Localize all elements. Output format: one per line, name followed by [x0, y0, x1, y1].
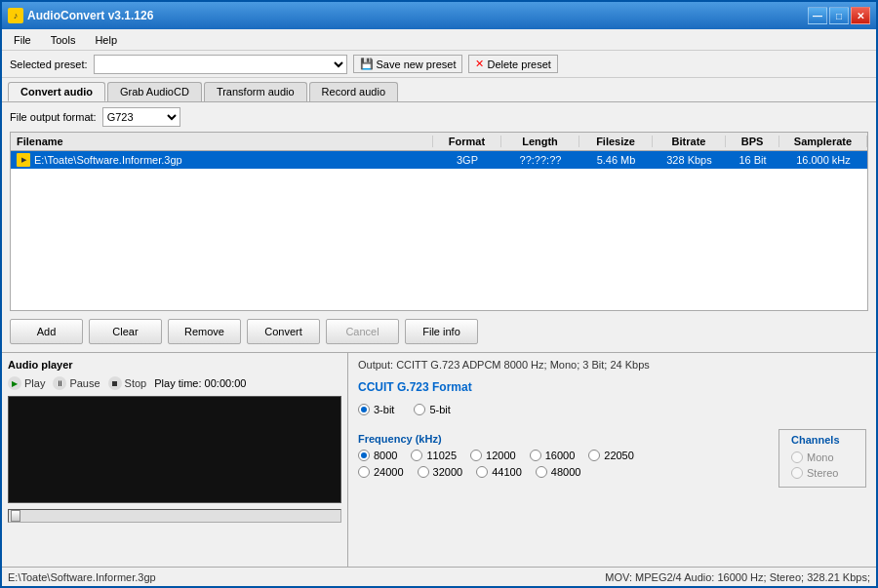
- titlebar: ♪ AudioConvert v3.1.126 — □ ✕: [2, 2, 876, 29]
- format-label: File output format:: [10, 111, 97, 123]
- menu-tools[interactable]: Tools: [45, 32, 82, 48]
- cell-filename: ▶ E:\Toate\Software.Informer.3gp: [11, 153, 433, 167]
- tab-convert[interactable]: Convert audio: [8, 82, 105, 101]
- status-left: E:\Toate\Software.Informer.3gp: [8, 571, 605, 583]
- stop-icon: ⏹: [108, 376, 122, 390]
- tab-record[interactable]: Record audio: [309, 82, 398, 101]
- radio-circle-12000: [470, 450, 482, 461]
- save-icon: 💾: [360, 58, 374, 70]
- app-icon: ♪: [8, 8, 23, 23]
- radio-circle-11025: [411, 450, 422, 461]
- radio-44100[interactable]: 44100: [476, 466, 522, 478]
- menu-file[interactable]: File: [8, 32, 37, 48]
- play-button[interactable]: ▶ Play: [8, 376, 45, 390]
- radio-circle-16000: [530, 450, 541, 461]
- cell-bps: 16 Bit: [726, 154, 779, 166]
- radio-3bit[interactable]: 3-bit: [358, 404, 394, 415]
- format-select[interactable]: G723 MP3 WAV OGG FLAC AAC: [102, 107, 180, 127]
- radio-22050[interactable]: 22050: [588, 450, 634, 461]
- radio-circle-8000: [358, 450, 370, 461]
- frequency-row-1: 8000 11025 12000 16000: [358, 450, 769, 461]
- close-button[interactable]: ✕: [851, 7, 870, 24]
- radio-24000[interactable]: 24000: [358, 466, 404, 478]
- player-screen: [8, 396, 341, 503]
- radio-16000[interactable]: 16000: [530, 450, 576, 461]
- col-header-format: Format: [433, 136, 501, 147]
- radio-circle-3bit: [358, 404, 370, 415]
- window-title: AudioConvert v3.1.126: [27, 9, 808, 22]
- radio-12000[interactable]: 12000: [470, 450, 516, 461]
- tab-transform[interactable]: Transform audio: [204, 82, 307, 101]
- channel-stereo: Stereo: [791, 467, 854, 479]
- status-right: MOV: MPEG2/4 Audio: 16000 Hz; Stereo; 32…: [605, 571, 870, 583]
- col-header-bps: BPS: [726, 136, 779, 147]
- save-preset-button[interactable]: 💾 Save new preset: [353, 55, 463, 73]
- col-header-filesize: Filesize: [579, 136, 653, 147]
- statusbar: E:\Toate\Software.Informer.3gp MOV: MPEG…: [2, 567, 876, 586]
- radio-circle-32000: [418, 466, 429, 478]
- audio-player: Audio player ▶ Play ⏸ Pause ⏹ Stop Play …: [2, 353, 348, 567]
- radio-32000[interactable]: 32000: [418, 466, 463, 478]
- add-button[interactable]: Add: [10, 319, 83, 344]
- remove-button[interactable]: Remove: [168, 319, 241, 344]
- preset-bar: Selected preset: 💾 Save new preset ✕ Del…: [2, 51, 876, 78]
- channels-section: Channels Mono Stereo: [778, 429, 866, 488]
- radio-5bit[interactable]: 5-bit: [414, 404, 450, 415]
- cancel-button[interactable]: Cancel: [326, 319, 399, 344]
- cell-samplerate: 16.000 kHz: [779, 154, 867, 166]
- player-progress[interactable]: [8, 509, 341, 523]
- col-header-samplerate: Samplerate: [779, 136, 867, 147]
- minimize-button[interactable]: —: [808, 7, 827, 24]
- window-controls: — □ ✕: [808, 7, 870, 24]
- player-title: Audio player: [8, 359, 341, 371]
- bottom-area: Audio player ▶ Play ⏸ Pause ⏹ Stop Play …: [2, 352, 876, 567]
- frequency-label: Frequency (kHz): [358, 433, 769, 445]
- cell-length: ??:??:??: [501, 154, 579, 166]
- play-time: Play time: 00:00:00: [154, 377, 246, 389]
- format-panel: Output: CCITT G.723 ADPCM 8000 Hz; Mono;…: [348, 353, 876, 567]
- format-panel-title: CCUIT G.723 Format: [358, 380, 866, 394]
- radio-circle-mono: [791, 451, 803, 463]
- file-list-header: Filename Format Length Filesize Bitrate …: [11, 133, 867, 151]
- play-icon: ▶: [8, 376, 21, 390]
- action-buttons: Add Clear Remove Convert Cancel File inf…: [2, 311, 876, 352]
- delete-icon: ✕: [475, 58, 484, 70]
- radio-circle-stereo: [791, 467, 803, 479]
- radio-circle-48000: [536, 466, 547, 478]
- radio-11025[interactable]: 11025: [411, 450, 457, 461]
- preset-label: Selected preset:: [10, 59, 88, 70]
- file-info-button[interactable]: File info: [405, 319, 478, 344]
- file-icon: ▶: [17, 153, 30, 167]
- col-header-length: Length: [501, 136, 579, 147]
- tab-grab[interactable]: Grab AudioCD: [107, 82, 202, 101]
- pause-icon: ⏸: [53, 376, 66, 390]
- delete-preset-button[interactable]: ✕ Delete preset: [468, 55, 557, 73]
- radio-48000[interactable]: 48000: [536, 466, 581, 478]
- menu-help[interactable]: Help: [89, 32, 123, 48]
- preset-select[interactable]: [94, 55, 347, 74]
- channel-mono: Mono: [791, 451, 854, 463]
- col-header-filename: Filename: [11, 136, 433, 147]
- format-bar: File output format: G723 MP3 WAV OGG FLA…: [2, 102, 876, 132]
- clear-button[interactable]: Clear: [89, 319, 162, 344]
- channels-title: Channels: [791, 434, 854, 446]
- radio-circle-5bit: [414, 404, 425, 415]
- stop-button[interactable]: ⏹ Stop: [108, 376, 147, 390]
- radio-circle-22050: [588, 450, 600, 461]
- frequency-section: Frequency (kHz) 8000 11025 12000: [358, 429, 769, 478]
- menubar: File Tools Help: [2, 29, 876, 51]
- freq-channels-section: Frequency (kHz) 8000 11025 12000: [358, 429, 866, 488]
- pause-button[interactable]: ⏸ Pause: [53, 376, 100, 390]
- radio-circle-24000: [358, 466, 370, 478]
- output-info: Output: CCITT G.723 ADPCM 8000 Hz; Mono;…: [358, 359, 866, 371]
- cell-bitrate: 328 Kbps: [653, 154, 726, 166]
- progress-thumb[interactable]: [11, 510, 20, 522]
- radio-circle-44100: [476, 466, 488, 478]
- player-controls: ▶ Play ⏸ Pause ⏹ Stop Play time: 00:00:0…: [8, 376, 341, 390]
- maximize-button[interactable]: □: [829, 7, 849, 24]
- table-row[interactable]: ▶ E:\Toate\Software.Informer.3gp 3GP ??:…: [11, 151, 867, 169]
- convert-button[interactable]: Convert: [247, 319, 320, 344]
- radio-8000[interactable]: 8000: [358, 450, 397, 461]
- cell-filesize: 5.46 Mb: [579, 154, 653, 166]
- file-list: Filename Format Length Filesize Bitrate …: [10, 132, 868, 311]
